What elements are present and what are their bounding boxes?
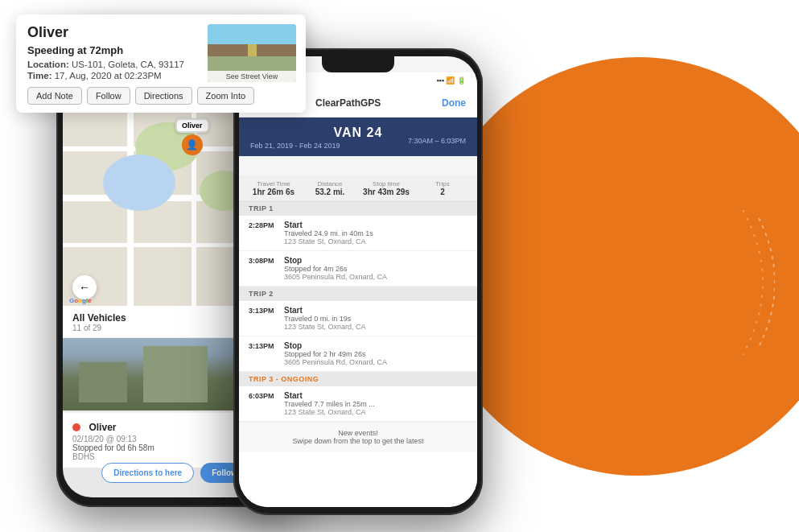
van-meta-row: Feb 21, 2019 - Feb 24 2019 7:30AM – 6:03… bbox=[250, 140, 466, 150]
trip1-start-info: Start Traveled 24.9 mi. in 40m 1s 123 St… bbox=[284, 221, 373, 245]
stats-row: Travel Time 1hr 26m 6s Distance 53.2 mi.… bbox=[239, 175, 477, 202]
stop-time-label: Stop time bbox=[360, 180, 413, 188]
trip2-start-info: Start Traveled 0 mi. in 19s 123 State St… bbox=[284, 306, 366, 331]
directions-button[interactable]: Directions bbox=[135, 87, 192, 105]
distance-value: 53.2 mi. bbox=[303, 188, 356, 196]
trip1-start: 2:28PM Start Traveled 24.9 mi. in 40m 1s… bbox=[239, 216, 477, 251]
building-1 bbox=[79, 362, 127, 402]
stat-distance: Distance 53.2 mi. bbox=[303, 180, 356, 196]
trip2-start: 3:13PM Start Traveled 0 mi. in 19s 123 S… bbox=[239, 301, 477, 336]
trips-label: Trips bbox=[416, 180, 469, 188]
trip1-stop-addr: 3605 Peninsula Rd, Oxnard, CA bbox=[284, 273, 387, 281]
trip3-start-info: Start Traveled 7.7 miles in 25m ... 123 … bbox=[284, 391, 375, 416]
trip2-header: TRIP 2 bbox=[239, 287, 477, 301]
trip1-start-detail: Traveled 24.9 mi. in 40m 1s bbox=[284, 229, 373, 237]
trip-list: TRIP 1 2:28PM Start Traveled 24.9 mi. in… bbox=[239, 201, 477, 507]
van-date-range: Feb 21, 2019 - Feb 24 2019 bbox=[250, 142, 340, 150]
trip2-start-addr: 123 State St, Oxnard, CA bbox=[284, 323, 366, 331]
van-section: VAN 24 Feb 21, 2019 - Feb 24 2019 7:30AM… bbox=[239, 118, 477, 156]
new-events-line1: New events! bbox=[249, 429, 467, 437]
vehicle-status-dot bbox=[72, 423, 80, 431]
travel-time-label: Travel Time bbox=[247, 180, 300, 188]
right-phone-screen: 9:41 ▪▪▪ 📶 🔋 ‹ ClearPathGPS Done VAN 24 … bbox=[239, 56, 477, 507]
stat-trips: Trips 2 bbox=[416, 180, 469, 196]
popup-card: Oliver See Street View Speeding at 72mph… bbox=[16, 14, 306, 113]
trip2-stop-info: Stop Stopped for 2 hr 49m 26s 3605 Penin… bbox=[284, 341, 387, 366]
trip1-stop-info: Stop Stopped for 4m 26s 3605 Peninsula R… bbox=[284, 256, 387, 281]
right-phone-notch bbox=[322, 56, 394, 72]
stop-time-value: 3hr 43m 29s bbox=[360, 188, 413, 196]
trip2-stop: 3:13PM Stop Stopped for 2 hr 49m 26s 360… bbox=[239, 336, 477, 372]
trip1-header: TRIP 1 bbox=[239, 201, 477, 216]
trip2-start-detail: Traveled 0 mi. in 19s bbox=[284, 315, 366, 323]
trip1-stop-time: 3:08PM bbox=[249, 256, 278, 265]
trip1-start-action: Start bbox=[284, 221, 373, 229]
stat-travel-time: Travel Time 1hr 26m 6s bbox=[247, 180, 300, 196]
trip1-start-addr: 123 State St, Oxnard, CA bbox=[284, 237, 373, 245]
distance-label: Distance bbox=[303, 180, 356, 188]
trip3-start-addr: 123 State St, Oxnard, CA bbox=[284, 408, 375, 416]
trips-value: 2 bbox=[416, 188, 469, 196]
location-label: Location: bbox=[27, 60, 69, 69]
map-water bbox=[103, 155, 175, 211]
trip3-start: 6:03PM Start Traveled 7.7 miles in 25m .… bbox=[239, 386, 477, 422]
right-phone-shell: 9:41 ▪▪▪ 📶 🔋 ‹ ClearPathGPS Done VAN 24 … bbox=[233, 48, 483, 515]
trip3-start-detail: Traveled 7.7 miles in 25m ... bbox=[284, 400, 375, 408]
google-logo: Google bbox=[69, 297, 92, 304]
location-value: US-101, Goleta, CA, 93117 bbox=[72, 60, 184, 69]
new-events-bar: New events! Swipe down from the top to g… bbox=[239, 422, 477, 452]
e-letter: e bbox=[88, 297, 91, 304]
trip2-start-action: Start bbox=[284, 306, 366, 315]
vehicle-bubble: Oliver bbox=[175, 118, 209, 133]
building-2 bbox=[143, 346, 208, 402]
directions-to-here-button[interactable]: Directions to here bbox=[101, 463, 194, 483]
trip3-start-action: Start bbox=[284, 391, 375, 400]
map-back-button[interactable]: ← bbox=[72, 275, 97, 299]
road-lane bbox=[248, 44, 257, 56]
trip2-stop-detail: Stopped for 2 hr 49m 26s bbox=[284, 350, 387, 358]
follow-button[interactable]: Follow bbox=[87, 87, 130, 105]
time-label: Time: bbox=[27, 71, 51, 80]
vehicle-marker: Oliver 👤 bbox=[175, 118, 209, 155]
trip1-stop: 3:08PM Stop Stopped for 4m 26s 3605 Peni… bbox=[239, 251, 477, 287]
popup-buttons: Add Note Follow Directions Zoom Into bbox=[27, 87, 294, 105]
done-button[interactable]: Done bbox=[442, 97, 466, 109]
street-view-thumbnail[interactable]: See Street View bbox=[208, 24, 296, 82]
right-phone: 9:41 ▪▪▪ 📶 🔋 ‹ ClearPathGPS Done VAN 24 … bbox=[233, 48, 483, 515]
trip3-start-time: 6:03PM bbox=[249, 391, 278, 400]
new-events-line2: Swipe down from the top to get the lates… bbox=[249, 437, 467, 445]
scene: Oliver See Street View Speeding at 72mph… bbox=[0, 0, 799, 532]
app-title: ClearPathGPS bbox=[315, 97, 381, 109]
zoom-into-button[interactable]: Zoom Into bbox=[197, 87, 255, 105]
trip2-stop-action: Stop bbox=[284, 341, 387, 350]
add-note-button[interactable]: Add Note bbox=[27, 87, 82, 105]
trip2-start-time: 3:13PM bbox=[249, 306, 278, 315]
status-icons: ▪▪▪ 📶 🔋 bbox=[436, 76, 466, 85]
travel-time-value: 1hr 26m 6s bbox=[247, 188, 300, 196]
van-time-range: 7:30AM – 6:03PM bbox=[408, 137, 466, 145]
trip1-stop-detail: Stopped for 4m 26s bbox=[284, 265, 387, 273]
street-view-label[interactable]: See Street View bbox=[208, 71, 296, 82]
time-value: 17, Aug, 2020 at 02:23PM bbox=[55, 71, 162, 80]
trip1-start-time: 2:28PM bbox=[249, 221, 278, 229]
trip3-header: TRIP 3 - ONGOING bbox=[239, 372, 477, 386]
stat-stop-time: Stop time 3hr 43m 29s bbox=[360, 180, 413, 196]
trip2-stop-time: 3:13PM bbox=[249, 341, 278, 350]
vehicle-name: Oliver bbox=[89, 422, 116, 433]
trip1-stop-action: Stop bbox=[284, 256, 387, 265]
vehicle-icon: 👤 bbox=[182, 134, 203, 155]
trip2-stop-addr: 3605 Peninsula Rd, Oxnard, CA bbox=[284, 358, 387, 366]
